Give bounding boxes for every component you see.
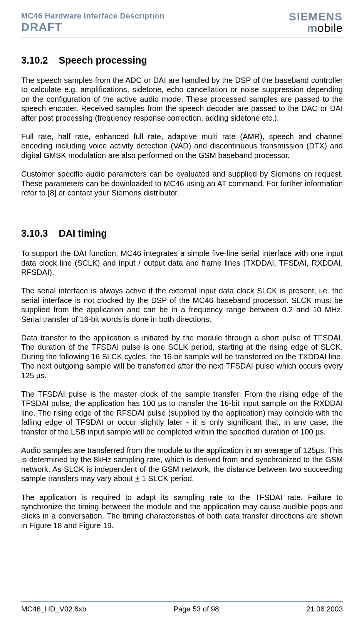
footer-page-number: Page 53 of 98	[173, 605, 219, 613]
mobile-rest: obile	[317, 22, 343, 34]
paragraph: To support the DAI function, MC46 integr…	[21, 249, 343, 277]
page-header: MC46 Hardware Interface Description DRAF…	[21, 12, 343, 37]
section-title: Speech processing	[59, 55, 147, 66]
mobile-m: m	[307, 22, 317, 34]
section-number: 3.10.2	[21, 55, 48, 66]
paragraph: Full rate, half rate, enhanced full rate…	[21, 132, 343, 160]
section-heading-dai-timing: 3.10.3DAI timing	[21, 228, 343, 239]
paragraph-text: 1 SLCK period.	[139, 474, 194, 483]
brand-logo: SIEMENS mobile	[289, 12, 343, 34]
siemens-wordmark: SIEMENS	[289, 12, 343, 22]
paragraph: The TFSDAI pulse is the master clock of …	[21, 389, 343, 436]
paragraph: The serial interface is always active if…	[21, 286, 343, 324]
mobile-wordmark: mobile	[289, 22, 343, 34]
paragraph: The application is required to adapt its…	[21, 493, 343, 530]
section-number: 3.10.3	[21, 228, 48, 239]
page-content: 3.10.2Speech processing The speech sampl…	[21, 37, 343, 530]
section-spacer	[21, 207, 343, 228]
section-title: DAI timing	[59, 228, 107, 239]
draft-label: DRAFT	[21, 20, 164, 33]
footer-date: 21.08.2003	[306, 605, 343, 613]
paragraph: Data transfer to the application is init…	[21, 333, 343, 380]
paragraph: Customer specific audio parameters can b…	[21, 169, 343, 197]
header-left: MC46 Hardware Interface Description DRAF…	[21, 12, 164, 33]
underlined-text: +	[135, 474, 140, 483]
document-title: MC46 Hardware Interface Description	[21, 12, 164, 20]
paragraph: The speech samples from the ADC or DAI a…	[21, 76, 343, 123]
paragraph: Audio samples are transferred from the m…	[21, 446, 343, 483]
footer-doc-id: MC46_HD_V02.8xb	[21, 605, 86, 613]
page-footer: MC46_HD_V02.8xb Page 53 of 98 21.08.2003	[21, 601, 343, 613]
section-heading-speech-processing: 3.10.2Speech processing	[21, 55, 343, 66]
